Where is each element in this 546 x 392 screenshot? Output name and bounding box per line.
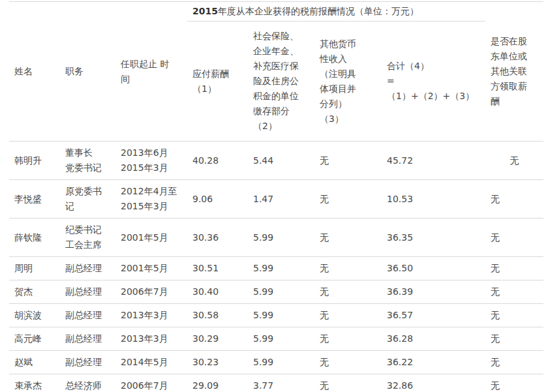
cell-total: 36.57 [382, 304, 485, 327]
cell-other: 无 [314, 142, 382, 180]
cell-position: 纪委书记 工会主席 [60, 219, 115, 257]
cell-name: 束承杰 [9, 374, 60, 392]
cell-insurance: 5.99 [248, 257, 314, 280]
compensation-table-container: 姓名 职务 任职起止 时 间 2015年度从本企业获得的税前报酬情况（单位：万元… [9, 1, 543, 392]
table-row: 李悦盛原党委书 记2012年4月至 2015年3月9.061.47无10.53无 [9, 180, 543, 219]
cell-payable: 30.29 [187, 327, 248, 351]
cell-insurance: 5.99 [248, 304, 314, 327]
compensation-table: 姓名 职务 任职起止 时 间 2015年度从本企业获得的税前报酬情况（单位：万元… [9, 1, 543, 392]
cell-term: 2001年5月 [115, 257, 187, 280]
span-header-text: 年度从本企业获得的税前报酬情况（单位：万元） [218, 6, 419, 16]
cell-position: 副总经理 [60, 327, 115, 351]
cell-other: 无 [314, 351, 382, 374]
cell-payable: 40.28 [187, 142, 248, 180]
cell-position: 副总经理 [60, 280, 115, 304]
cell-name: 韩明升 [9, 142, 60, 180]
cell-external: 无 [485, 219, 543, 257]
span-header-year: 2015 [192, 6, 218, 16]
cell-other: 无 [314, 180, 382, 219]
cell-external: 无 [485, 180, 543, 219]
cell-external: 无 [485, 327, 543, 351]
cell-other: 无 [314, 257, 382, 280]
cell-name: 薛钦隆 [9, 219, 60, 257]
cell-total: 10.53 [382, 180, 485, 219]
table-header: 姓名 职务 任职起止 时 间 2015年度从本企业获得的税前报酬情况（单位：万元… [9, 2, 543, 142]
column-header-external: 是否在股 东单位或 其他关联 方领取薪 酬 [485, 2, 543, 142]
cell-position: 副总经理 [60, 304, 115, 327]
cell-name: 高元峰 [9, 327, 60, 351]
cell-payable: 30.51 [187, 257, 248, 280]
cell-payable: 9.06 [187, 180, 248, 219]
cell-name: 李悦盛 [9, 180, 60, 219]
cell-insurance: 3.77 [248, 374, 314, 392]
cell-term: 2013年3月 [115, 327, 187, 351]
cell-term: 2006年7月 [115, 280, 187, 304]
cell-payable: 30.23 [187, 351, 248, 374]
cell-name: 胡滨波 [9, 304, 60, 327]
cell-other: 无 [314, 374, 382, 392]
cell-external: 无 [485, 351, 543, 374]
cell-position: 副总经理 [60, 351, 115, 374]
cell-position: 副总经理 [60, 257, 115, 280]
table-span-header: 2015年度从本企业获得的税前报酬情况（单位：万元） [187, 2, 485, 22]
table-row: 赵斌副总经理2014年5月30.235.99无36.22无 [9, 351, 543, 374]
cell-external: 无 [485, 280, 543, 304]
cell-name: 周明 [9, 257, 60, 280]
cell-payable: 30.58 [187, 304, 248, 327]
cell-term: 2006年7月 [115, 374, 187, 392]
cell-term: 2014年5月 [115, 351, 187, 374]
column-header-payable: 应付薪酬 （1） [187, 22, 248, 142]
cell-name: 赵斌 [9, 351, 60, 374]
column-header-position: 职务 [60, 2, 115, 142]
column-header-name: 姓名 [9, 2, 60, 142]
cell-payable: 30.40 [187, 280, 248, 304]
table-row: 薛钦隆纪委书记 工会主席2001年5月30.365.99无36.35无 [9, 219, 543, 257]
cell-name: 贺杰 [9, 280, 60, 304]
cell-external: 无 [485, 374, 543, 392]
cell-insurance: 5.99 [248, 327, 314, 351]
cell-insurance: 5.99 [248, 280, 314, 304]
cell-total: 36.39 [382, 280, 485, 304]
cell-insurance: 5.99 [248, 219, 314, 257]
cell-term: 2012年4月至 2015年3月 [115, 180, 187, 219]
cell-other: 无 [314, 219, 382, 257]
cell-total: 36.28 [382, 327, 485, 351]
cell-total: 36.35 [382, 219, 485, 257]
cell-insurance: 5.99 [248, 351, 314, 374]
cell-external: 无 [485, 257, 543, 280]
cell-position: 总经济师 [60, 374, 115, 392]
cell-insurance: 1.47 [248, 180, 314, 219]
table-row: 周明副总经理2001年5月30.515.99无36.50无 [9, 257, 543, 280]
table-row: 束承杰总经济师2006年7月29.093.77无32.86无 [9, 374, 543, 392]
cell-payable: 29.09 [187, 374, 248, 392]
column-header-total: 合计（4） =（1）+（2）+（3） [382, 22, 485, 142]
cell-total: 36.22 [382, 351, 485, 374]
cell-payable: 30.36 [187, 219, 248, 257]
cell-term: 2001年5月 [115, 219, 187, 257]
cell-term: 2013年3月 [115, 304, 187, 327]
cell-other: 无 [314, 327, 382, 351]
table-row: 韩明升董事长 党委书记2013年6月 2015年3月40.285.44无45.7… [9, 142, 543, 180]
cell-external: 无 [485, 304, 543, 327]
table-row: 胡滨波副总经理2013年3月30.585.99无36.57无 [9, 304, 543, 327]
cell-term: 2013年6月 2015年3月 [115, 142, 187, 180]
cell-external: 无 [485, 142, 543, 180]
table-row: 高元峰副总经理2013年3月30.295.99无36.28无 [9, 327, 543, 351]
cell-total: 32.86 [382, 374, 485, 392]
column-header-insurance: 社会保险、 企业年金、 补充医疗保 险及住房公 积金的单位 缴存部分 （2） [248, 22, 314, 142]
cell-position: 董事长 党委书记 [60, 142, 115, 180]
column-header-other-income: 其他货币 性收入 （注明具 体项目并 分列） （3） [314, 22, 382, 142]
cell-total: 45.72 [382, 142, 485, 180]
table-row: 贺杰副总经理2006年7月30.405.99无36.39无 [9, 280, 543, 304]
table-body: 韩明升董事长 党委书记2013年6月 2015年3月40.285.44无45.7… [9, 142, 543, 392]
cell-other: 无 [314, 304, 382, 327]
cell-total: 36.50 [382, 257, 485, 280]
column-header-term: 任职起止 时 间 [115, 2, 187, 142]
span-header-row: 姓名 职务 任职起止 时 间 2015年度从本企业获得的税前报酬情况（单位：万元… [9, 2, 543, 22]
cell-insurance: 5.44 [248, 142, 314, 180]
cell-position: 原党委书 记 [60, 180, 115, 219]
cell-other: 无 [314, 280, 382, 304]
